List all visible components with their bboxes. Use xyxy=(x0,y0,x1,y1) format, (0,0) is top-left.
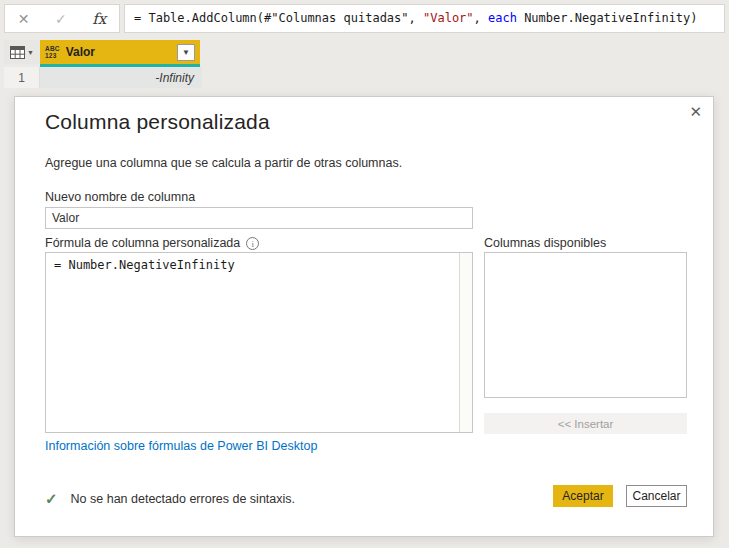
column-name: Valor xyxy=(66,45,177,59)
formula-bar-input[interactable]: = Table.AddColumn(#"Columnas quitadas", … xyxy=(124,4,725,33)
new-column-name-label: Nuevo nombre de columna xyxy=(45,190,195,204)
chevron-down-icon: ▼ xyxy=(182,48,190,57)
row-value: -Infinity xyxy=(155,71,194,85)
formula-scrollbar[interactable] xyxy=(459,253,472,432)
fx-icon[interactable]: fx xyxy=(92,10,106,28)
column-type-any-icon: ABC 123 xyxy=(45,45,60,59)
close-icon[interactable]: ✕ xyxy=(689,103,702,121)
syntax-status: ✓ No se han detectado errores de sintaxi… xyxy=(45,490,295,508)
table-menu-button[interactable]: ▼ xyxy=(4,40,40,64)
available-columns-list[interactable] xyxy=(484,252,687,398)
table-menu-chevron-down-icon: ▼ xyxy=(27,49,34,56)
formula-code-sep: , xyxy=(474,11,488,25)
available-columns-label: Columnas disponibles xyxy=(484,236,606,250)
custom-formula-label: Fórmula de columna personalizada xyxy=(45,236,240,250)
cancel-button[interactable]: Cancelar xyxy=(626,485,687,507)
dialog-title: Columna personalizada xyxy=(45,110,270,134)
row-value-cell[interactable]: -Infinity xyxy=(40,67,202,88)
custom-formula-value: = Number.NegativeInfinity xyxy=(46,253,472,277)
formula-cancel-icon[interactable]: ✕ xyxy=(18,11,30,27)
formula-bar-actions: ✕ ✓ fx xyxy=(4,4,120,33)
accept-button[interactable]: Aceptar xyxy=(553,485,613,507)
dialog-subtitle: Agregue una columna que se calcula a par… xyxy=(45,156,402,170)
formula-confirm-icon[interactable]: ✓ xyxy=(55,11,67,27)
formula-code-keyword: each xyxy=(488,11,517,25)
custom-column-dialog: ✕ Columna personalizada Agregue una colu… xyxy=(14,96,714,537)
table-icon xyxy=(10,46,25,59)
info-icon[interactable]: i xyxy=(246,237,259,250)
formula-help-link[interactable]: Información sobre fórmulas de Power BI D… xyxy=(45,439,317,453)
formula-code-pre: = Table.AddColumn(#"Columnas quitadas", xyxy=(134,11,423,25)
formula-label-row: Fórmula de columna personalizada i xyxy=(45,236,259,250)
row-number: 1 xyxy=(18,71,25,85)
custom-formula-textarea[interactable]: = Number.NegativeInfinity xyxy=(45,252,473,433)
check-icon: ✓ xyxy=(45,490,58,508)
new-column-name-input[interactable] xyxy=(45,207,473,229)
column-header-valor[interactable]: ABC 123 Valor ▼ xyxy=(40,40,200,64)
formula-code-post: Number.NegativeInfinity) xyxy=(517,11,698,25)
formula-code-string: "Valor" xyxy=(423,11,474,25)
row-number-cell[interactable]: 1 xyxy=(4,67,40,88)
column-filter-dropdown-button[interactable]: ▼ xyxy=(177,44,195,61)
insert-button[interactable]: << Insertar xyxy=(484,413,687,434)
syntax-status-text: No se han detectado errores de sintaxis. xyxy=(71,492,295,506)
